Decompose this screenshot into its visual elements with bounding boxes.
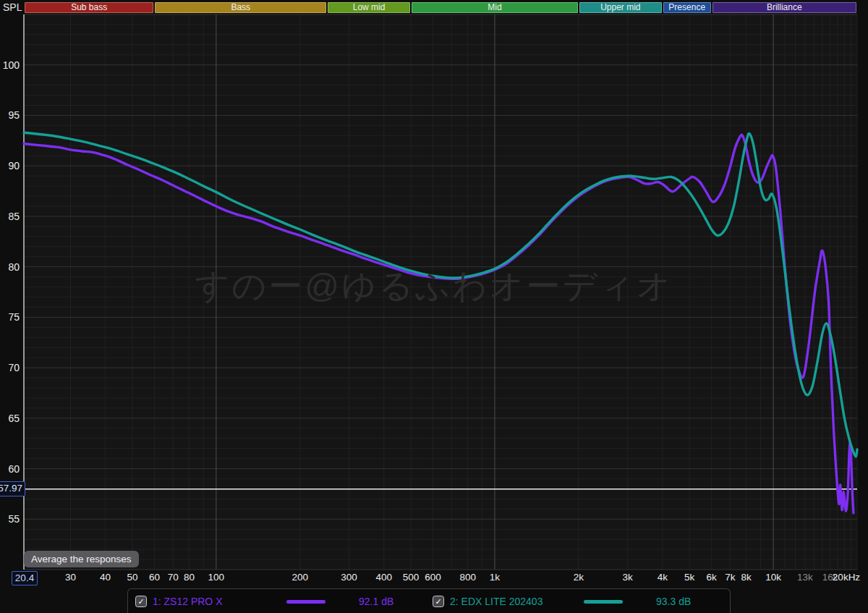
y-tick-100: 100 [0,59,20,71]
y-tick-60: 60 [0,463,20,475]
plot-background [24,14,857,570]
y-tick-65: 65 [0,413,20,424]
checkbox-checked-icon[interactable]: ✓ [433,596,444,607]
y-tick-70: 70 [0,362,20,373]
y-tick-55: 55 [0,513,20,525]
x-tick-2k: 2k [556,572,602,583]
legend-item-1[interactable]: ✓ 1: ZS12 PRO X 92.1 dB [135,593,393,609]
y-tick-75: 75 [0,311,20,323]
x-tick-20kHz: 20kHz [825,572,867,583]
legend-panel: ✓ 1: ZS12 PRO X 92.1 dB ✓ 2: EDX LITE 20… [127,588,731,613]
legend-item-2[interactable]: ✓ 2: EDX LITE 202403 93.3 dB [433,593,691,609]
plot-canvas[interactable] [0,0,868,613]
legend-line-swatch-2 [584,600,623,604]
target-level-field[interactable]: 57.97 [0,481,25,496]
legend-label-1[interactable]: 1: ZS12 PRO X [153,596,286,607]
legend-value-1: 92.1 dB [359,596,393,607]
x-tick-1k: 1k [472,572,518,583]
x-tick-20.4[interactable]: 20.4 [12,571,38,585]
y-tick-90: 90 [0,160,20,172]
y-tick-80: 80 [0,261,20,273]
legend-label-2[interactable]: 2: EDX LITE 202403 [450,596,584,607]
average-responses-button[interactable]: Average the responses [24,551,139,567]
x-tick-200: 200 [277,572,323,583]
y-tick-95: 95 [0,109,20,121]
checkbox-checked-icon[interactable]: ✓ [135,596,147,607]
legend-value-2: 93.3 dB [656,596,691,607]
legend-line-swatch-1 [286,600,326,604]
x-tick-100: 100 [193,572,239,583]
frequency-response-graph-app: SPL Sub bassBassLow midMidUpper midPrese… [0,0,868,613]
y-tick-85: 85 [0,211,20,222]
